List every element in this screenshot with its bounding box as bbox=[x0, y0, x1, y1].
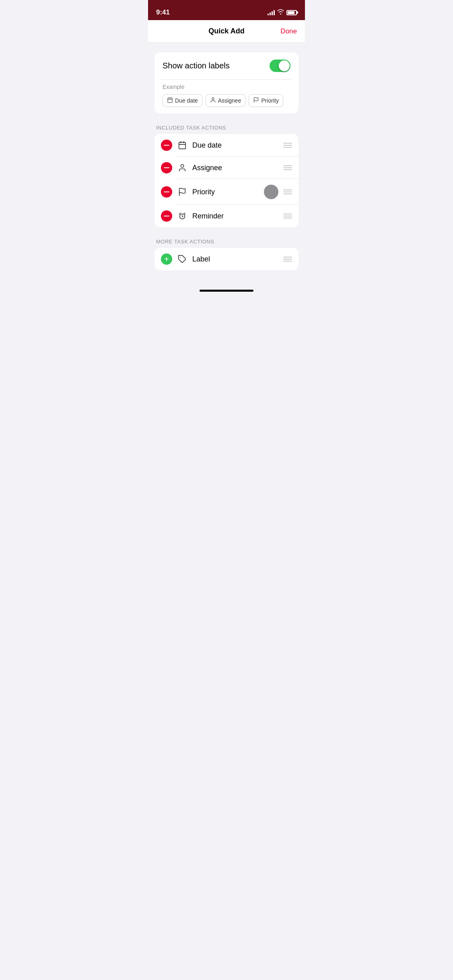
reminder-drag-handle[interactable] bbox=[283, 214, 292, 218]
calendar-icon bbox=[178, 141, 187, 150]
done-button[interactable]: Done bbox=[280, 27, 297, 35]
status-time: 9:41 bbox=[156, 8, 170, 16]
signal-icon bbox=[268, 10, 275, 15]
plus-icon: + bbox=[164, 255, 169, 263]
priority-icon-wrap bbox=[177, 187, 187, 196]
included-section: INCLUDED TASK ACTIONS Due date bbox=[154, 125, 299, 227]
toggle-row: Show action labels bbox=[154, 52, 299, 79]
svg-point-4 bbox=[212, 98, 214, 100]
remove-priority-button[interactable] bbox=[161, 186, 172, 198]
svg-point-10 bbox=[181, 165, 183, 167]
person-icon bbox=[178, 163, 187, 172]
priority-drag-handle[interactable] bbox=[283, 189, 292, 194]
chip-assignee: Assignee bbox=[206, 94, 246, 107]
reminder-icon-wrap bbox=[177, 212, 187, 220]
assignee-label: Assignee bbox=[192, 164, 278, 172]
home-indicator bbox=[148, 286, 305, 298]
more-task-list: + Label bbox=[154, 248, 299, 270]
remove-reminder-button[interactable] bbox=[161, 210, 172, 222]
chip-due-date: Due date bbox=[163, 94, 202, 107]
remove-due-date-button[interactable] bbox=[161, 140, 172, 151]
action-row-priority: Priority bbox=[154, 179, 299, 205]
chip-priority-label: Priority bbox=[261, 97, 279, 104]
action-labels-card: Show action labels Example bbox=[154, 52, 299, 113]
more-section: MORE TASK ACTIONS + Label bbox=[154, 239, 299, 270]
priority-bubble bbox=[264, 185, 278, 199]
included-section-header: INCLUDED TASK ACTIONS bbox=[154, 125, 299, 134]
remove-assignee-button[interactable] bbox=[161, 162, 172, 173]
person-chip-icon bbox=[210, 97, 216, 104]
assignee-icon-wrap bbox=[177, 163, 187, 172]
svg-line-13 bbox=[179, 213, 181, 214]
alarm-icon bbox=[178, 212, 187, 220]
flag-chip-icon bbox=[253, 97, 259, 104]
action-row-assignee: Assignee bbox=[154, 156, 299, 179]
example-section: Example Due date bbox=[154, 80, 299, 113]
chip-priority: Priority bbox=[249, 94, 283, 107]
included-task-list: Due date Assignee bbox=[154, 134, 299, 227]
toggle-knob bbox=[279, 60, 290, 71]
add-label-button[interactable]: + bbox=[161, 253, 172, 265]
due-date-drag-handle[interactable] bbox=[283, 143, 292, 148]
label-drag-handle[interactable] bbox=[283, 257, 292, 261]
battery-icon bbox=[286, 10, 297, 15]
tag-icon bbox=[178, 255, 187, 264]
status-bar: 9:41 bbox=[148, 0, 305, 20]
assignee-drag-handle[interactable] bbox=[283, 165, 292, 170]
nav-bar: Quick Add Done bbox=[148, 20, 305, 43]
action-row-reminder: Reminder bbox=[154, 205, 299, 227]
example-chips: Due date Assignee bbox=[163, 94, 290, 107]
chip-due-date-label: Due date bbox=[175, 97, 198, 104]
wifi-icon bbox=[277, 9, 284, 16]
example-label: Example bbox=[163, 84, 290, 90]
action-row-due-date: Due date bbox=[154, 134, 299, 156]
svg-rect-0 bbox=[168, 98, 172, 103]
reminder-label: Reminder bbox=[192, 212, 278, 220]
priority-label: Priority bbox=[192, 188, 259, 196]
nav-title: Quick Add bbox=[208, 27, 244, 35]
due-date-icon-wrap bbox=[177, 141, 187, 150]
label-label: Label bbox=[192, 255, 278, 264]
calendar-chip-icon bbox=[167, 97, 173, 104]
main-content: Show action labels Example bbox=[148, 43, 305, 286]
chip-assignee-label: Assignee bbox=[218, 97, 241, 104]
flag-icon bbox=[178, 187, 187, 196]
action-row-label: + Label bbox=[154, 248, 299, 270]
home-bar bbox=[200, 290, 253, 292]
svg-line-14 bbox=[184, 213, 185, 214]
label-icon-wrap bbox=[177, 255, 187, 264]
due-date-label: Due date bbox=[192, 141, 278, 150]
more-section-header: MORE TASK ACTIONS bbox=[154, 239, 299, 248]
svg-rect-6 bbox=[179, 142, 186, 149]
toggle-label: Show action labels bbox=[163, 61, 230, 70]
status-icons bbox=[268, 9, 297, 16]
show-labels-toggle[interactable] bbox=[270, 60, 290, 72]
